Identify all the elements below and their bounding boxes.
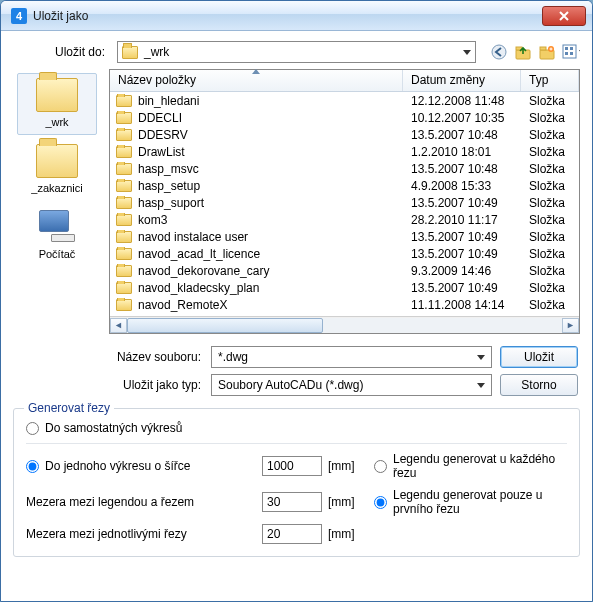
option-single-drawing[interactable]: Do jednoho výkresu o šířce: [26, 459, 256, 473]
folder-icon: [116, 231, 132, 243]
place-computer[interactable]: Počítač: [17, 205, 97, 267]
table-row[interactable]: navod_RemoteX11.11.2008 14:14Složka: [110, 296, 579, 313]
place-zakaznici[interactable]: _zakaznici: [17, 139, 97, 201]
up-icon: [515, 44, 531, 60]
new-folder-icon: [539, 44, 555, 60]
column-date[interactable]: Datum změny: [403, 70, 521, 91]
option-separate-drawings[interactable]: Do samostatných výkresů: [26, 421, 567, 435]
gap-cuts-input[interactable]: [262, 524, 322, 544]
horizontal-scrollbar[interactable]: ◄ ►: [110, 316, 579, 333]
file-name: hasp_msvc: [138, 162, 199, 176]
folder-icon: [36, 78, 78, 112]
file-name: navod_dekorovane_cary: [138, 264, 269, 278]
file-date: 13.5.2007 10:49: [403, 281, 521, 295]
unit-label: [mm]: [328, 527, 368, 541]
file-name: DrawList: [138, 145, 185, 159]
table-row[interactable]: DDECLI10.12.2007 10:35Složka: [110, 109, 579, 126]
file-date: 10.12.2007 10:35: [403, 111, 521, 125]
new-folder-button[interactable]: [538, 43, 556, 61]
radio-single[interactable]: [26, 460, 39, 473]
folder-icon: [116, 214, 132, 226]
place-label: Počítač: [39, 248, 76, 260]
place-wrk[interactable]: _wrk: [17, 73, 97, 135]
svg-rect-7: [565, 47, 568, 50]
radio-separate[interactable]: [26, 422, 39, 435]
file-date: 1.2.2010 18:01: [403, 145, 521, 159]
table-row[interactable]: DrawList1.2.2010 18:01Složka: [110, 143, 579, 160]
scroll-right-icon[interactable]: ►: [562, 318, 579, 333]
cancel-button[interactable]: Storno: [500, 374, 578, 396]
file-date: 28.2.2010 11:17: [403, 213, 521, 227]
titlebar: 4 Uložit jako: [1, 1, 592, 31]
folder-icon: [116, 163, 132, 175]
filename-input[interactable]: *.dwg: [211, 346, 492, 368]
file-type: Složka: [521, 111, 579, 125]
filetype-combo[interactable]: Soubory AutoCADu (*.dwg): [211, 374, 492, 396]
file-date: 13.5.2007 10:49: [403, 230, 521, 244]
folder-icon: [116, 146, 132, 158]
folder-icon: [122, 46, 138, 59]
table-row[interactable]: kom328.2.2010 11:17Složka: [110, 211, 579, 228]
file-type: Složka: [521, 196, 579, 210]
table-row[interactable]: navod_acad_lt_licence13.5.2007 10:49Slož…: [110, 245, 579, 262]
gap-legend-label: Mezera mezi legendou a řezem: [26, 495, 256, 509]
svg-rect-6: [563, 45, 576, 58]
svg-rect-9: [565, 52, 568, 55]
app-icon: 4: [11, 8, 27, 24]
table-row[interactable]: navod instalace user13.5.2007 10:49Složk…: [110, 228, 579, 245]
file-type: Složka: [521, 230, 579, 244]
up-one-level-button[interactable]: [514, 43, 532, 61]
width-input[interactable]: [262, 456, 322, 476]
table-row[interactable]: navod_kladecsky_plan13.5.2007 10:49Složk…: [110, 279, 579, 296]
scroll-thumb[interactable]: [127, 318, 323, 333]
folder-icon: [116, 95, 132, 107]
back-button[interactable]: [490, 43, 508, 61]
radio-legend-first[interactable]: [374, 496, 387, 509]
generate-cuts-group: Generovat řezy Do samostatných výkresů D…: [13, 408, 580, 557]
file-name: navod instalace user: [138, 230, 248, 244]
table-row[interactable]: bin_hledani12.12.2008 11:48Složka: [110, 92, 579, 109]
table-row[interactable]: hasp_msvc13.5.2007 10:48Složka: [110, 160, 579, 177]
scroll-track[interactable]: [127, 318, 562, 333]
chevron-down-icon: [463, 50, 471, 55]
table-row[interactable]: hasp_setup4.9.2008 15:33Složka: [110, 177, 579, 194]
file-name: DDESRV: [138, 128, 188, 142]
file-date: 13.5.2007 10:49: [403, 247, 521, 261]
folder-icon: [116, 265, 132, 277]
folder-icon: [36, 144, 78, 178]
option-legend-first[interactable]: Legendu generovat pouze u prvního řezu: [374, 488, 567, 516]
folder-icon: [116, 129, 132, 141]
file-name: navod_RemoteX: [138, 298, 227, 312]
table-row[interactable]: DDESRV13.5.2007 10:48Složka: [110, 126, 579, 143]
view-menu-button[interactable]: [562, 43, 580, 61]
group-legend: Generovat řezy: [24, 401, 114, 415]
close-button[interactable]: [542, 6, 586, 26]
file-type: Složka: [521, 298, 579, 312]
save-in-label: Uložit do:: [13, 45, 111, 59]
column-name[interactable]: Název položky: [110, 70, 403, 91]
column-type[interactable]: Typ: [521, 70, 579, 91]
option-legend-each[interactable]: Legendu generovat u každého řezu: [374, 452, 567, 480]
file-list[interactable]: Název položky Datum změny Typ bin_hledan…: [109, 69, 580, 334]
divider: [26, 443, 567, 444]
file-name: navod_acad_lt_licence: [138, 247, 260, 261]
table-row[interactable]: navod_dekorovane_cary9.3.2009 14:46Složk…: [110, 262, 579, 279]
scroll-left-icon[interactable]: ◄: [110, 318, 127, 333]
place-label: _zakaznici: [31, 182, 82, 194]
save-in-value: _wrk: [144, 45, 169, 59]
list-header: Název položky Datum změny Typ: [110, 70, 579, 92]
gap-legend-input[interactable]: [262, 492, 322, 512]
filename-label: Název souboru:: [105, 350, 203, 364]
file-date: 11.11.2008 14:14: [403, 298, 521, 312]
svg-rect-8: [570, 47, 573, 50]
table-row[interactable]: hasp_suport13.5.2007 10:49Složka: [110, 194, 579, 211]
file-date: 13.5.2007 10:49: [403, 196, 521, 210]
file-name: navod_kladecsky_plan: [138, 281, 259, 295]
file-type: Složka: [521, 94, 579, 108]
file-type: Složka: [521, 213, 579, 227]
save-in-combo[interactable]: _wrk: [117, 41, 476, 63]
radio-legend-each[interactable]: [374, 460, 387, 473]
save-as-dialog: 4 Uložit jako Uložit do: _wrk: [0, 0, 593, 602]
file-name: bin_hledani: [138, 94, 199, 108]
save-button[interactable]: Uložit: [500, 346, 578, 368]
